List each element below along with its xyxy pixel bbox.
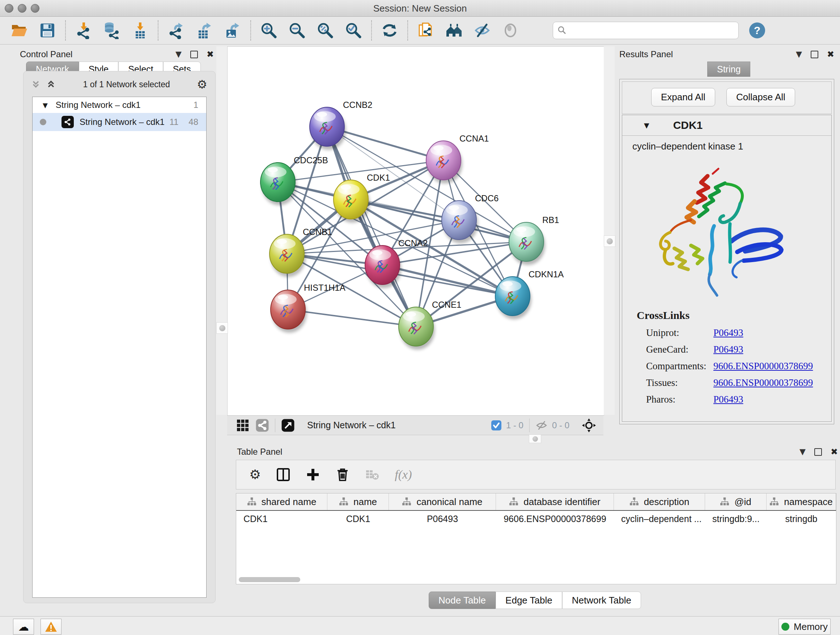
results-panel-menu-icon[interactable]: ▼ [796, 50, 802, 58]
left-splitter[interactable] [216, 46, 227, 415]
table-cell[interactable]: cyclin–dependent ... [614, 514, 705, 524]
results-panel-float-icon[interactable] [811, 51, 818, 58]
network-node-CDC6[interactable]: CDC6 [442, 193, 499, 243]
create-column-icon[interactable] [306, 467, 320, 482]
crosslink-link[interactable]: 9606.ENSP00000378699 [714, 377, 813, 388]
right-splitter-handle[interactable] [604, 235, 615, 247]
table-row[interactable]: CDK1CDK1P064939606.ENSP00000378699cyclin… [236, 511, 836, 527]
graphics-details-icon[interactable] [256, 418, 269, 432]
collapse-all-chevron-icon[interactable] [31, 79, 41, 89]
zoom-selected-icon[interactable] [344, 21, 363, 40]
left-splitter-handle[interactable] [216, 322, 228, 334]
selected-checkbox-icon[interactable] [491, 420, 502, 431]
memory-status-dot [782, 623, 789, 631]
apply-preferred-layout-icon[interactable] [381, 21, 399, 40]
expand-all-chevron-icon[interactable] [46, 79, 56, 89]
table-cell[interactable]: 9606.ENSP00000378699 [496, 514, 614, 524]
function-builder-icon[interactable]: f(x) [395, 468, 412, 481]
table-panel-float-icon[interactable] [814, 448, 822, 456]
export-table-icon[interactable] [195, 21, 213, 40]
network-collection-row[interactable]: ▼ String Network – cdk1 1 [33, 97, 206, 113]
hidden-eye-icon[interactable] [535, 419, 548, 432]
help-icon[interactable]: ? [748, 21, 766, 40]
delete-table-icon[interactable] [365, 467, 379, 482]
zoom-out-icon[interactable] [288, 21, 306, 40]
network-node-CCNB2[interactable]: CCNB2 [309, 100, 372, 150]
network-node-CDC25B[interactable]: CDC25B [261, 155, 328, 205]
crosslink-link[interactable]: P06493 [714, 394, 744, 405]
export-image-icon[interactable] [224, 21, 242, 40]
tab-edge-table[interactable]: Edge Table [496, 592, 562, 609]
main-toolbar: ? [0, 17, 840, 44]
column-header-@id[interactable]: @id [705, 494, 767, 510]
network-tree-container: 1 of 1 Network selected ⚙ ▼ String Netwo… [23, 71, 216, 603]
network-options-gear-icon[interactable]: ⚙ [197, 79, 207, 90]
tab-network-table[interactable]: Network Table [562, 592, 641, 609]
table-settings-gear-icon[interactable]: ⚙ [249, 468, 261, 481]
fit-center-crosshair-icon[interactable] [582, 418, 596, 432]
protein-section-header[interactable]: ▼ CDK1 [622, 115, 831, 136]
network-node-RB1[interactable]: RB1 [509, 215, 559, 265]
table-panel-close-icon[interactable]: ✖ [831, 448, 838, 456]
export-network-icon[interactable] [167, 21, 185, 40]
column-header-shared-name[interactable]: shared name [236, 494, 327, 510]
expand-all-button[interactable]: Expand All [651, 88, 715, 106]
collapse-all-button[interactable]: Collapse All [726, 88, 795, 106]
detach-view-icon[interactable] [281, 418, 295, 432]
control-panel-menu-icon[interactable]: ▼ [175, 50, 182, 58]
table-cell[interactable]: stringdb:9... [705, 514, 767, 524]
network-canvas[interactable]: CCNB2CCNA1CDC25BCDK1CDC6RB1CCNB1CCNA2CDK… [227, 46, 604, 416]
table-cell[interactable]: CDK1 [327, 514, 389, 524]
birdseye-view-icon[interactable] [237, 419, 249, 432]
memory-button[interactable]: Memory [778, 619, 831, 635]
cloud-status-button[interactable]: ☁ [13, 619, 34, 635]
column-header-namespace[interactable]: namespace [767, 494, 836, 510]
network-node-CCNA1[interactable]: CCNA1 [426, 134, 489, 184]
table-cell[interactable]: stringdb [767, 514, 836, 524]
zoom-fit-icon[interactable] [316, 21, 334, 40]
network-edge-HIST1H1A-CCNE1[interactable] [288, 310, 416, 326]
network-row-selected[interactable]: String Network – cdk1 11 48 [33, 113, 206, 131]
open-session-icon[interactable] [10, 21, 28, 40]
column-header-description[interactable]: description [614, 494, 705, 510]
network-edge-CCNB2-CCNE1[interactable] [327, 127, 416, 326]
tab-string[interactable]: String [707, 62, 750, 77]
collection-expander-icon[interactable]: ▼ [43, 101, 48, 109]
table-horizontal-scrollbar[interactable] [239, 577, 300, 582]
bottom-splitter-handle[interactable] [529, 434, 541, 443]
network-node-HIST1H1A[interactable]: HIST1H1A [271, 283, 346, 333]
column-header-name[interactable]: name [327, 494, 389, 510]
control-panel-float-icon[interactable] [190, 51, 198, 58]
network-edge-CCNA2-CDKN1A[interactable] [382, 265, 513, 296]
zoom-in-icon[interactable] [260, 21, 278, 40]
results-panel-close-icon[interactable]: ✖ [827, 50, 834, 59]
column-header-database-identifier[interactable]: database identifier [496, 494, 614, 510]
control-panel-close-icon[interactable]: ✖ [207, 50, 214, 59]
import-network-from-file-icon[interactable] [74, 21, 93, 40]
table-panel-menu-icon[interactable]: ▼ [799, 448, 806, 456]
right-splitter[interactable] [604, 46, 615, 415]
show-all-eye-icon[interactable] [501, 21, 519, 40]
show-columns-icon[interactable] [276, 467, 291, 482]
import-network-from-database-icon[interactable] [103, 21, 121, 40]
network-node-CCNE1[interactable]: CCNE1 [399, 300, 461, 350]
crosslink-link[interactable]: P06493 [714, 344, 744, 355]
protein-expander-icon[interactable]: ▼ [644, 121, 649, 129]
protein-description: cyclin–dependent kinase 1 [622, 136, 831, 152]
save-session-icon[interactable] [38, 21, 57, 40]
crosslink-link[interactable]: 9606.ENSP00000378699 [714, 361, 813, 372]
first-neighbors-icon[interactable] [445, 21, 463, 40]
network-node-CDKN1A[interactable]: CDKN1A [495, 269, 564, 319]
control-panel-title: Control Panel [20, 49, 73, 59]
new-network-from-selection-icon[interactable] [417, 21, 435, 40]
table-cell[interactable]: P06493 [389, 514, 496, 524]
delete-column-trash-icon[interactable] [335, 467, 350, 482]
crosslink-link[interactable]: P06493 [714, 327, 744, 339]
import-table-from-file-icon[interactable] [131, 21, 149, 40]
tab-node-table[interactable]: Node Table [429, 592, 496, 609]
column-header-canonical-name[interactable]: canonical name [389, 494, 496, 510]
table-cell[interactable]: CDK1 [236, 514, 327, 524]
search-input[interactable] [567, 25, 724, 36]
warning-status-button[interactable] [41, 619, 62, 635]
hide-selected-eye-icon[interactable] [473, 21, 491, 40]
